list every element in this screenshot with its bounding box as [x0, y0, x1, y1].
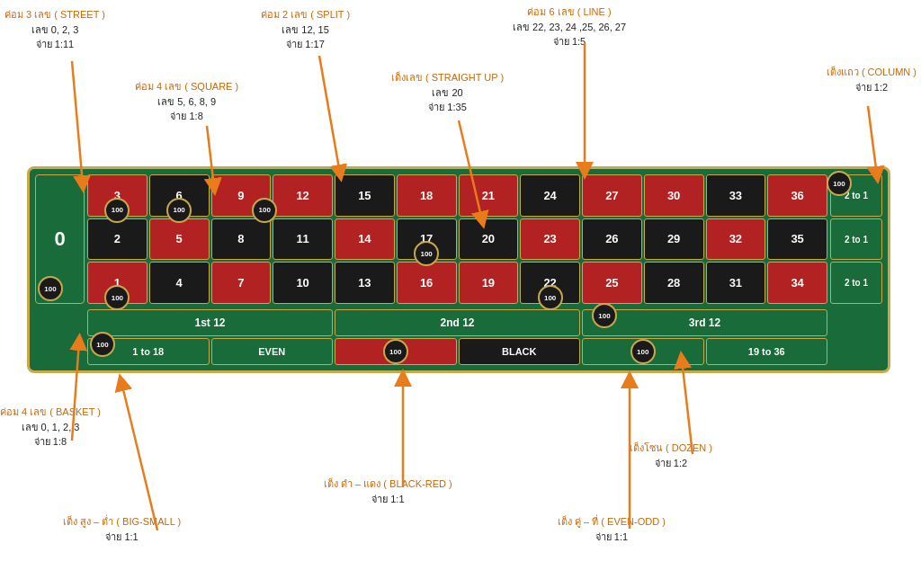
bet-19-36[interactable]: 19 to 36: [706, 338, 828, 365]
svg-line-8: [121, 382, 157, 530]
chip-zero: 100: [38, 276, 63, 301]
col-2to1-mid[interactable]: 2 to 1: [830, 218, 882, 261]
chip-118: 100: [90, 332, 115, 357]
annotation-bigsmall: เต็ง สูง – ต่ำ ( BIG-SMALL ) จ่าย 1:1: [63, 514, 181, 544]
num-cell-14[interactable]: 14: [335, 218, 395, 261]
num-cell-4[interactable]: 4: [149, 262, 210, 304]
chip-red: 100: [383, 339, 408, 364]
num-cell-24[interactable]: 24: [520, 174, 580, 217]
num-cell-9[interactable]: 9100: [211, 174, 272, 217]
annotation-blackred: เต็ง ดำ – แดง ( BLACK-RED ) จ่าย 1:1: [324, 477, 452, 506]
chip: 100: [252, 198, 277, 223]
num-cell-26[interactable]: 26: [582, 218, 642, 261]
annotation-street: ค่อม 3 เลข ( STREET ) เลข 0, 2, 3 จ่าย 1…: [4, 7, 105, 52]
num-cell-1[interactable]: 1100: [87, 262, 148, 304]
num-cell-7[interactable]: 7: [211, 262, 272, 304]
num-cell-6[interactable]: 6100: [149, 174, 210, 217]
num-cell-25[interactable]: 25: [582, 262, 642, 304]
chip: 100: [414, 241, 439, 266]
number-grid: 3100610091001215182124273033362581114171…: [87, 174, 827, 304]
chip: 100: [538, 285, 563, 310]
num-cell-17[interactable]: 17100: [397, 218, 457, 261]
chip: 100: [104, 198, 130, 223]
bottom-content: 1st 12 2nd 12 3rd 12 100 1 to 18 100 EVE…: [87, 309, 827, 365]
num-cell-5[interactable]: 5: [149, 218, 210, 261]
dozen2-cell[interactable]: 2nd 12: [335, 309, 580, 336]
dozen2-label: 2nd 12: [440, 316, 474, 329]
col-2to1-bot[interactable]: 2 to 1: [830, 262, 882, 304]
zero-cell[interactable]: 0 100: [35, 174, 85, 304]
annotation-square: ค่อม 4 เลข ( SQUARE ) เลข 5, 6, 8, 9 จ่า…: [135, 79, 238, 124]
chip-odd: 100: [630, 339, 656, 364]
num-cell-27[interactable]: 27: [582, 174, 642, 217]
annotation-line: ค่อม 6 เลข ( LINE ) เลข 22, 23, 24 ,25, …: [513, 4, 626, 49]
chip: 100: [104, 285, 130, 310]
zero-label: 0: [54, 227, 65, 251]
num-cell-16[interactable]: 16: [397, 262, 457, 304]
num-cell-35[interactable]: 35: [767, 218, 827, 261]
num-cell-31[interactable]: 31: [706, 262, 766, 304]
bet-1-18[interactable]: 1 to 18 100: [87, 338, 210, 365]
col-2to1-top[interactable]: 2 to 1 100: [830, 174, 882, 217]
col2to1-spacer: [830, 309, 882, 365]
dozen1-cell[interactable]: 1st 12: [87, 309, 333, 336]
num-cell-15[interactable]: 15: [335, 174, 395, 217]
annotation-evenodd: เต็ง คู่ – ที่ ( EVEN-ODD ) จ่าย 1:1: [558, 514, 666, 544]
chip-dozen3: 100: [592, 303, 617, 328]
num-cell-11[interactable]: 11: [273, 218, 333, 261]
num-cell-19[interactable]: 19: [459, 262, 519, 304]
annotation-straight: เต็งเลข ( STRAIGHT UP ) เลข 20 จ่าย 1:35: [391, 70, 504, 115]
num-cell-8[interactable]: 8: [211, 218, 272, 261]
chip-col-top: 100: [827, 171, 852, 196]
roulette-table: 0 100 3100610091001215182124273033362581…: [27, 166, 890, 373]
num-cell-23[interactable]: 23: [520, 218, 580, 261]
num-cell-3[interactable]: 3100: [87, 174, 148, 217]
annotation-dozen: เต็งโซน ( DOZEN ) จ่าย 1:2: [630, 441, 712, 470]
dozen3-label: 3rd 12: [689, 316, 720, 329]
num-cell-10[interactable]: 10: [273, 262, 333, 304]
bet-red[interactable]: 100: [335, 338, 457, 365]
num-cell-22[interactable]: 22100: [520, 262, 580, 304]
zero-spacer: [35, 309, 85, 365]
num-cell-34[interactable]: 34: [767, 262, 827, 304]
num-cell-30[interactable]: 30: [644, 174, 704, 217]
dozen-row: 1st 12 2nd 12 3rd 12 100: [87, 309, 827, 336]
bottom-rows: 1st 12 2nd 12 3rd 12 100 1 to 18 100 EVE…: [30, 309, 888, 370]
num-cell-2[interactable]: 2: [87, 218, 148, 261]
bet-odd[interactable]: 100: [582, 338, 704, 365]
dozen1-label: 1st 12: [194, 316, 225, 329]
num-cell-12[interactable]: 12: [273, 174, 333, 217]
dozen3-cell[interactable]: 3rd 12 100: [582, 309, 827, 336]
annotation-split: ค่อม 2 เลข ( SPLIT ) เลข 12, 15 จ่าย 1:1…: [261, 7, 350, 52]
svg-line-4: [868, 106, 877, 175]
svg-line-2: [319, 56, 340, 174]
num-cell-20[interactable]: 20: [459, 218, 519, 261]
bet-row: 1 to 18 100 EVEN 100 BLACK 100 19 to 36: [87, 338, 827, 365]
num-cell-32[interactable]: 32: [706, 218, 766, 261]
num-cell-29[interactable]: 29: [644, 218, 704, 261]
bet-even[interactable]: EVEN: [211, 338, 334, 365]
num-cell-33[interactable]: 33: [706, 174, 766, 217]
table-main: 0 100 3100610091001215182124273033362581…: [30, 169, 888, 309]
num-cell-21[interactable]: 21: [459, 174, 519, 217]
num-cell-28[interactable]: 28: [644, 262, 704, 304]
num-cell-18[interactable]: 18: [397, 174, 457, 217]
annotation-column: เต็งแถว ( COLUMN ) จ่าย 1:2: [827, 65, 917, 94]
num-cell-36[interactable]: 36: [767, 174, 827, 217]
chip: 100: [166, 198, 192, 223]
annotation-basket: ค่อม 4 เลข ( BASKET ) เลข 0, 1, 2, 3 จ่า…: [0, 405, 101, 450]
col-2to1: 2 to 1 100 2 to 1 2 to 1: [830, 174, 882, 304]
num-cell-13[interactable]: 13: [335, 262, 395, 304]
bet-black[interactable]: BLACK: [459, 338, 581, 365]
